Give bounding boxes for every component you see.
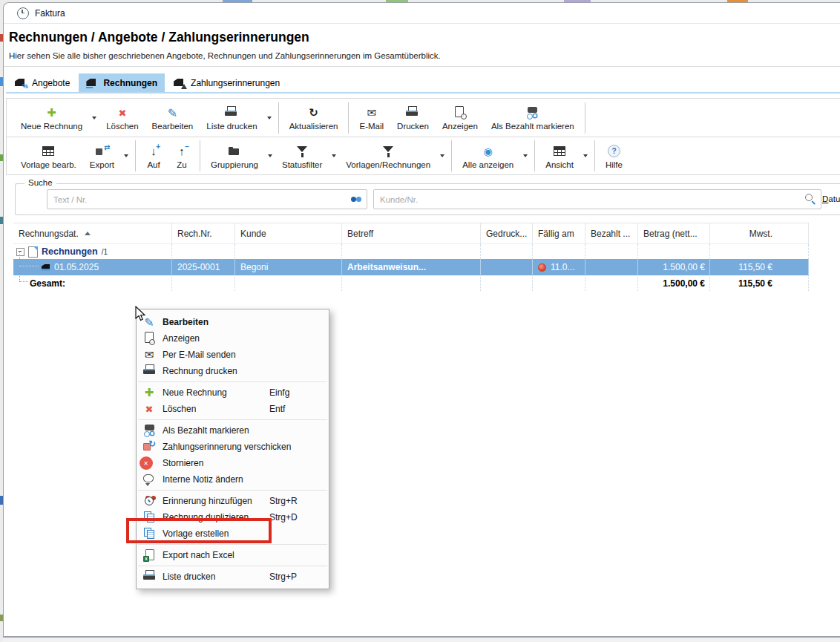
invoice-row-selected[interactable]: 01.05.2025 2025-0001 Begoni Arbeitsanwei… bbox=[13, 259, 809, 275]
tab-angebote[interactable]: Angebote bbox=[7, 73, 77, 92]
tab-rechnungen[interactable]: Rechnungen bbox=[79, 73, 165, 92]
edit-template-button[interactable]: Vorlage bearb. bbox=[14, 138, 83, 174]
print-button[interactable]: Drucken bbox=[390, 100, 436, 136]
grouping-dropdown-arrow[interactable] bbox=[265, 139, 275, 173]
new-invoice-dropdown-arrow[interactable] bbox=[89, 101, 99, 135]
offer-document-icon bbox=[15, 78, 27, 88]
menu-item-send-email[interactable]: Per E-Mail senden bbox=[137, 347, 329, 363]
view-button[interactable]: Ansicht bbox=[539, 138, 580, 174]
menu-item-print-invoice[interactable]: Rechnung drucken bbox=[137, 363, 329, 379]
speech-bubble-icon bbox=[142, 473, 156, 486]
header-divider bbox=[4, 66, 840, 67]
status-filter-button[interactable]: Statusfilter bbox=[275, 138, 329, 174]
column-header-date[interactable]: Rechnungsdat. bbox=[13, 223, 172, 243]
menu-item-send-payment-reminder[interactable]: Zahlungserinnerung verschicken bbox=[137, 439, 329, 455]
arrow-down-plus-icon bbox=[146, 145, 161, 158]
button-label: Anzeigen bbox=[442, 122, 478, 131]
move-down-button[interactable]: Auf bbox=[140, 138, 168, 174]
menu-item-delete[interactable]: Löschen Entf bbox=[137, 401, 329, 417]
refresh-button[interactable]: Aktualisieren bbox=[283, 100, 345, 136]
delete-button[interactable]: Löschen bbox=[99, 100, 145, 136]
show-all-button[interactable]: Alle anzeigen bbox=[456, 138, 520, 174]
invoice-group-row[interactable]: Rechnungen /1 bbox=[13, 244, 809, 259]
menu-item-add-reminder[interactable]: Erinnerung hinzufügen Strg+R bbox=[137, 493, 329, 509]
invoice-number: 2025-0001 bbox=[172, 259, 235, 275]
menu-item-export-excel[interactable]: Export nach Excel bbox=[137, 547, 329, 563]
collapse-expander[interactable] bbox=[16, 248, 24, 256]
column-header-customer[interactable]: Kunde bbox=[235, 223, 342, 243]
new-invoice-button[interactable]: Neue Rechnung bbox=[14, 100, 89, 136]
grouping-button[interactable]: Gruppierung bbox=[204, 138, 265, 174]
sort-ascending-icon bbox=[85, 232, 91, 235]
templates-invoices-dropdown-arrow[interactable] bbox=[437, 139, 447, 173]
toolbar-separator bbox=[594, 140, 595, 171]
invoice-subject: Arbeitsanweisun... bbox=[342, 259, 481, 275]
page-title: Rechnungen / Angebote / Zahlungserinneru… bbox=[9, 30, 309, 45]
view-dropdown-arrow[interactable] bbox=[580, 139, 591, 173]
button-label: Zu bbox=[177, 160, 186, 169]
menu-item-print-list[interactable]: Liste drucken Strg+P bbox=[137, 569, 329, 585]
column-header-net-amount[interactable]: Betrag (nett... bbox=[638, 223, 710, 243]
toolbar-row-1: Neue Rechnung Löschen Bearbeiten Liste d… bbox=[7, 99, 840, 137]
column-header-number[interactable]: Rech.Nr. bbox=[172, 223, 235, 243]
printer-icon bbox=[142, 570, 156, 583]
print-list-dropdown-arrow[interactable] bbox=[264, 101, 275, 135]
table-header-row: Rechnungsdat. Rech.Nr. Kunde Betreff Ged… bbox=[13, 223, 809, 244]
menu-item-edit[interactable]: Bearbeiten bbox=[137, 314, 329, 330]
printer-icon bbox=[405, 106, 420, 119]
binoculars-icon[interactable] bbox=[350, 193, 363, 205]
menu-separator bbox=[138, 490, 327, 491]
invoice-table: Rechnungsdat. Rech.Nr. Kunde Betreff Ged… bbox=[13, 223, 809, 291]
grid-icon bbox=[554, 146, 565, 156]
print-list-button[interactable]: Liste drucken bbox=[200, 100, 263, 136]
text-search-input[interactable] bbox=[47, 189, 367, 209]
coins-icon bbox=[525, 106, 540, 119]
delete-x-icon bbox=[142, 402, 156, 416]
templates-invoices-filter-button[interactable]: Vorlagen/Rechnungen bbox=[339, 138, 437, 174]
status-filter-dropdown-arrow[interactable] bbox=[329, 139, 339, 173]
move-up-button[interactable]: Zu bbox=[168, 138, 196, 174]
customer-search-input[interactable] bbox=[373, 189, 821, 209]
invoice-flag-icon bbox=[42, 264, 50, 271]
funnel-icon bbox=[296, 145, 309, 158]
invoice-due-date: 11.0... bbox=[551, 262, 574, 272]
total-vat-amount: 115,50 € bbox=[710, 275, 809, 291]
button-label: Alle anzeigen bbox=[462, 160, 513, 169]
column-header-subject[interactable]: Betreff bbox=[342, 223, 481, 243]
search-icon[interactable] bbox=[804, 193, 817, 205]
column-header-printed[interactable]: Gedruck... bbox=[481, 223, 533, 243]
menu-item-cancel-invoice[interactable]: Stornieren bbox=[137, 455, 329, 471]
group-label: Rechnungen bbox=[42, 246, 98, 257]
total-label: Gesamt: bbox=[13, 275, 172, 291]
email-button[interactable]: E-Mail bbox=[352, 100, 390, 136]
plus-icon bbox=[45, 106, 59, 119]
menu-item-edit-internal-note[interactable]: Interne Notiz ändern bbox=[137, 471, 329, 488]
column-header-paid[interactable]: Bezahlt ... bbox=[585, 223, 638, 243]
mark-paid-button[interactable]: Als Bezahlt markieren bbox=[485, 100, 581, 136]
tree-connector-line bbox=[19, 252, 20, 281]
show-all-dropdown-arrow[interactable] bbox=[520, 139, 531, 173]
toolbar-separator bbox=[135, 140, 136, 171]
button-label: Ansicht bbox=[545, 160, 574, 169]
menu-separator bbox=[138, 566, 327, 566]
preview-button[interactable]: Anzeigen bbox=[436, 100, 485, 136]
folder-icon bbox=[227, 145, 242, 158]
funnel-icon bbox=[382, 145, 395, 158]
tab-zahlungserinnerungen[interactable]: Zahlungserinnerungen bbox=[166, 73, 287, 92]
export-button[interactable]: Export bbox=[83, 138, 121, 174]
toolbar-separator bbox=[278, 102, 279, 134]
export-dropdown-arrow[interactable] bbox=[121, 139, 131, 173]
menu-item-mark-paid[interactable]: Als Bezahlt markieren bbox=[137, 422, 329, 439]
help-button[interactable]: Hilfe bbox=[599, 138, 629, 174]
menu-item-preview[interactable]: Anzeigen bbox=[137, 330, 329, 347]
plus-icon bbox=[142, 386, 156, 399]
tabstrip-underline bbox=[6, 92, 840, 94]
date-filter-link[interactable]: Datu bbox=[822, 194, 840, 203]
column-header-due[interactable]: Fällig am bbox=[533, 223, 585, 243]
overdue-status-dot bbox=[538, 263, 546, 272]
edit-button[interactable]: Bearbeiten bbox=[145, 100, 200, 136]
menu-item-new-invoice[interactable]: Neue Rechnung Einfg bbox=[137, 384, 329, 401]
menu-separator bbox=[138, 419, 327, 420]
menu-separator bbox=[138, 544, 327, 545]
column-header-vat[interactable]: Mwst. bbox=[710, 223, 809, 243]
